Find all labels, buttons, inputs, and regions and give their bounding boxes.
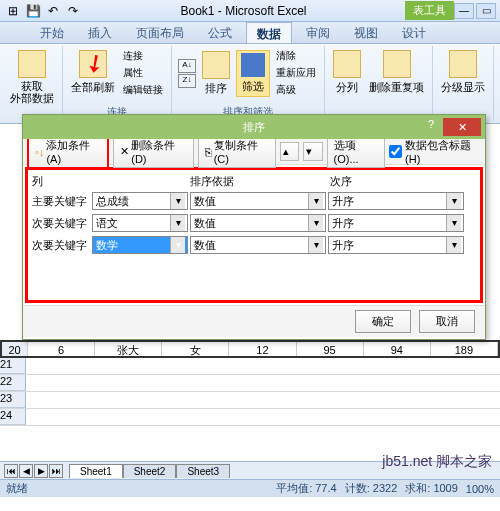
status-bar: 就绪 平均值: 77.4 计数: 2322 求和: 1009 100% — [0, 479, 500, 497]
watermark: jb51.net 脚本之家 — [382, 453, 492, 471]
funnel-icon — [241, 53, 265, 77]
ok-button[interactable]: 确定 — [355, 310, 411, 333]
sheet-tab-2[interactable]: Sheet2 — [123, 464, 177, 478]
outline-button[interactable]: 分级显示 — [439, 48, 487, 97]
tab-nav-last[interactable]: ⏭ — [49, 464, 63, 478]
cell[interactable]: 12 — [229, 342, 296, 356]
dialog-titlebar[interactable]: 排序 ? ✕ — [23, 115, 485, 139]
maximize-button[interactable]: ▭ — [476, 3, 496, 19]
sort-row-1: 主要关键字 总成绩 数值 升序 — [32, 191, 476, 211]
dialog-help-button[interactable]: ? — [421, 118, 441, 136]
minimize-button[interactable]: — — [454, 3, 474, 19]
data-row-empty[interactable]: 22 — [0, 375, 500, 392]
cell[interactable]: 张大 — [95, 342, 162, 356]
sort-icon — [202, 51, 230, 79]
basis-select-3[interactable]: 数值 — [190, 236, 326, 254]
get-external-data-button[interactable]: 获取 外部数据 — [8, 48, 56, 106]
tab-formulas[interactable]: 公式 — [198, 22, 242, 43]
sheet-tab-1[interactable]: Sheet1 — [69, 464, 123, 478]
dialog-toolbar: ◦↓添加条件(A) ✕删除条件(D) ⎘复制条件(C) ▴ ▾ 选项(O)...… — [23, 139, 485, 165]
data-row-empty[interactable]: 23 — [0, 392, 500, 409]
tab-design[interactable]: 设计 — [392, 22, 436, 43]
move-up-button[interactable]: ▴ — [280, 142, 299, 161]
cancel-button[interactable]: 取消 — [419, 310, 475, 333]
database-icon — [18, 50, 46, 78]
window-title: Book1 - Microsoft Excel — [82, 4, 405, 18]
sort-za-icon[interactable]: Z↓ — [178, 74, 196, 88]
ribbon: 获取 外部数据 全部刷新 连接 属性 编辑链接 连接 A↓ Z↓ 排序 筛选 清… — [0, 44, 500, 124]
sort-dialog: 排序 ? ✕ ◦↓添加条件(A) ✕删除条件(D) ⎘复制条件(C) ▴ ▾ 选… — [22, 114, 486, 340]
redo-icon[interactable]: ↷ — [64, 2, 82, 20]
col-header-basis: 排序依据 — [190, 174, 330, 189]
delete-condition-button[interactable]: ✕删除条件(D) — [113, 135, 193, 168]
data-row-empty[interactable]: 24 — [0, 409, 500, 426]
data-row-empty[interactable]: 21 — [0, 358, 500, 375]
data-row-20[interactable]: 20 6 张大 女 12 95 94 189 — [0, 340, 500, 358]
options-button[interactable]: 选项(O)... — [327, 135, 385, 168]
move-down-button[interactable]: ▾ — [303, 142, 322, 161]
ribbon-tabs: 开始 插入 页面布局 公式 数据 审阅 视图 设计 — [0, 22, 500, 44]
cell[interactable]: 95 — [297, 342, 364, 356]
order-select-3[interactable]: 升序 — [328, 236, 464, 254]
tab-home[interactable]: 开始 — [30, 22, 74, 43]
status-sum: 求和: 1009 — [405, 481, 458, 496]
advanced-filter-button[interactable]: 高级 — [274, 82, 318, 98]
basis-select-1[interactable]: 数值 — [190, 192, 326, 210]
copy-condition-button[interactable]: ⎘复制条件(C) — [198, 135, 277, 168]
field-select-1[interactable]: 总成绩 — [92, 192, 188, 210]
text-to-columns-button[interactable]: 分列 — [331, 48, 363, 97]
undo-icon[interactable]: ↶ — [44, 2, 62, 20]
delete-icon: ✕ — [120, 145, 129, 158]
sort-row-2: 次要关键字 语文 数值 升序 — [32, 213, 476, 233]
tab-insert[interactable]: 插入 — [78, 22, 122, 43]
filter-button[interactable]: 筛选 — [236, 50, 270, 97]
add-condition-button[interactable]: ◦↓添加条件(A) — [27, 134, 109, 169]
refresh-all-button[interactable]: 全部刷新 — [69, 48, 117, 98]
cell[interactable]: 189 — [431, 342, 498, 356]
clear-filter-button[interactable]: 清除 — [274, 48, 318, 64]
status-ready: 就绪 — [6, 481, 28, 496]
reapply-button[interactable]: 重新应用 — [274, 65, 318, 81]
add-icon: ◦↓ — [35, 146, 44, 158]
dup-icon — [383, 50, 411, 78]
cell[interactable]: 6 — [28, 342, 95, 356]
remove-duplicates-button[interactable]: 删除重复项 — [367, 48, 426, 97]
order-select-1[interactable]: 升序 — [328, 192, 464, 210]
basis-select-2[interactable]: 数值 — [190, 214, 326, 232]
row-header[interactable]: 20 — [2, 342, 28, 356]
copy-icon: ⎘ — [205, 146, 212, 158]
refresh-icon — [79, 50, 107, 78]
tab-nav-prev[interactable]: ◀ — [19, 464, 33, 478]
field-select-3[interactable]: 数学 — [92, 236, 188, 254]
sort-button[interactable]: 排序 — [200, 49, 232, 98]
tab-nav-first[interactable]: ⏮ — [4, 464, 18, 478]
save-icon[interactable]: 💾 — [24, 2, 42, 20]
order-select-2[interactable]: 升序 — [328, 214, 464, 232]
columns-icon — [333, 50, 361, 78]
headers-checkbox[interactable]: 数据包含标题(H) — [389, 138, 481, 165]
contextual-tab[interactable]: 表工具 — [405, 1, 454, 20]
dialog-footer: 确定 取消 — [23, 305, 485, 337]
tab-layout[interactable]: 页面布局 — [126, 22, 194, 43]
properties-button[interactable]: 属性 — [121, 65, 165, 81]
sort-row-3: 次要关键字 数学 数值 升序 — [32, 235, 476, 255]
cell[interactable]: 女 — [162, 342, 229, 356]
tab-data[interactable]: 数据 — [246, 22, 292, 43]
dialog-close-button[interactable]: ✕ — [443, 118, 481, 136]
status-count: 计数: 2322 — [345, 481, 398, 496]
edit-links-button[interactable]: 编辑链接 — [121, 82, 165, 98]
field-select-2[interactable]: 语文 — [92, 214, 188, 232]
tab-nav-next[interactable]: ▶ — [34, 464, 48, 478]
titlebar: ⊞ 💾 ↶ ↷ Book1 - Microsoft Excel 表工具 — ▭ — [0, 0, 500, 22]
worksheet: 20 6 张大 女 12 95 94 189 21 22 23 24 — [0, 340, 500, 426]
sort-az-icon[interactable]: A↓ — [178, 59, 196, 73]
office-button[interactable]: ⊞ — [4, 2, 22, 20]
tab-view[interactable]: 视图 — [344, 22, 388, 43]
col-header-column: 列 — [32, 174, 190, 189]
tab-review[interactable]: 审阅 — [296, 22, 340, 43]
sheet-tab-3[interactable]: Sheet3 — [176, 464, 230, 478]
status-zoom[interactable]: 100% — [466, 483, 494, 495]
cell[interactable]: 94 — [364, 342, 431, 356]
connections-button[interactable]: 连接 — [121, 48, 165, 64]
dialog-title: 排序 — [243, 120, 265, 135]
